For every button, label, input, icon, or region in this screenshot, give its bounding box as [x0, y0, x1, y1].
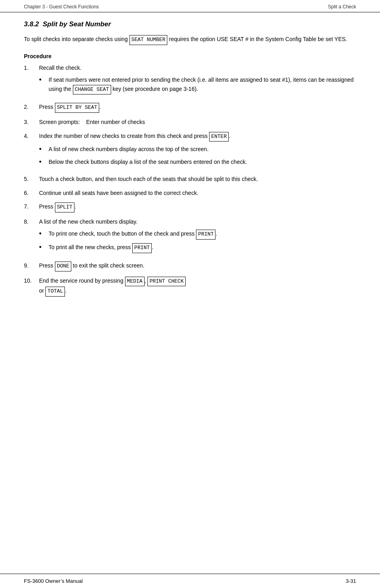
intro-text2: requires the option USE SEAT # in the Sy…	[167, 36, 347, 42]
bullet-dot: •	[39, 243, 49, 253]
bullet-dot: •	[39, 75, 49, 94]
step-list: 1. Recall the check. • If seat numbers w…	[24, 63, 356, 297]
step-7-content: Press SPLIT.	[39, 202, 356, 212]
print-check-key: PRINT CHECK	[147, 277, 186, 287]
step-3-content: Screen prompts: Enter number of checks	[39, 118, 356, 126]
bullet-dot: •	[39, 157, 49, 167]
step-1-bullet-1-text: If seat numbers were not entered prior t…	[49, 75, 356, 94]
header: Chapter 3 - Guest Check Functions Split …	[0, 0, 380, 12]
step-8-content: A list of the new check numbers display.…	[39, 217, 356, 256]
seat-number-key: SEAT NUMBER	[129, 35, 168, 45]
step-1-bullets: • If seat numbers were not entered prior…	[39, 75, 356, 94]
step-6-content: Continue until all seats have been assig…	[39, 189, 356, 197]
step-4-bullet-1-text: A list of new check numbers display acro…	[49, 145, 356, 154]
print-key-2: PRINT	[132, 243, 152, 253]
media-key: MEDIA	[125, 277, 145, 287]
section-heading: Split by Seat Number	[43, 20, 111, 28]
step-7-num: 7.	[24, 202, 39, 212]
procedure-label: Procedure	[24, 53, 356, 59]
bullet-dot: •	[39, 145, 49, 154]
footer: FS-3600 Owner’s Manual 3-31	[0, 574, 380, 588]
total-key: TOTAL	[45, 287, 65, 297]
header-right: Split a Check	[328, 4, 356, 10]
step-8: 8. A list of the new check numbers displ…	[24, 217, 356, 256]
footer-right: 3-31	[346, 578, 356, 584]
step-10: 10. End the service round by pressing ME…	[24, 276, 356, 297]
step-2: 2. Press SPLIT BY SEAT.	[24, 102, 356, 113]
step-1: 1. Recall the check. • If seat numbers w…	[24, 63, 356, 98]
step-10-num: 10.	[24, 276, 39, 297]
step-1-num: 1.	[24, 63, 39, 98]
step-1-text: Recall the check.	[39, 65, 82, 71]
bullet-dot: •	[39, 229, 49, 240]
step-1-content: Recall the check. • If seat numbers were…	[39, 63, 356, 98]
section-title: 3.8.2 Split by Seat Number	[24, 20, 356, 28]
step-8-bullet-2-text: To print all the new checks, press PRINT…	[49, 243, 356, 253]
page: Chapter 3 - Guest Check Functions Split …	[0, 0, 380, 588]
done-key: DONE	[55, 262, 71, 271]
step-9-content: Press DONE to exit the split check scree…	[39, 261, 356, 271]
step-8-num: 8.	[24, 217, 39, 256]
step-2-num: 2.	[24, 102, 39, 113]
step-8-bullets: • To print one check, touch the button o…	[39, 229, 356, 253]
step-5: 5. Touch a check button, and then touch …	[24, 175, 356, 183]
step-4-num: 4.	[24, 132, 39, 170]
step-2-content: Press SPLIT BY SEAT.	[39, 102, 356, 113]
step-8-bullet-2: • To print all the new checks, press PRI…	[39, 243, 356, 253]
step-10-content: End the service round by pressing MEDIA,…	[39, 276, 356, 297]
step-1-bullet-1: • If seat numbers were not entered prior…	[39, 75, 356, 94]
step-6-num: 6.	[24, 189, 39, 197]
step-4: 4. Index the number of new checks to cre…	[24, 132, 356, 170]
step-3: 3. Screen prompts: Enter number of check…	[24, 118, 356, 126]
step-4-bullet-2-text: Below the check buttons display a list o…	[49, 157, 356, 167]
split-by-seat-key: SPLIT BY SEAT	[55, 103, 99, 113]
header-left: Chapter 3 - Guest Check Functions	[24, 4, 99, 10]
section-number: 3.8.2	[24, 20, 39, 28]
step-6: 6. Continue until all seats have been as…	[24, 189, 356, 197]
step-8-bullet-1-text: To print one check, touch the button of …	[49, 229, 356, 240]
enter-key: ENTER	[209, 132, 229, 142]
split-key: SPLIT	[55, 203, 74, 212]
step-7: 7. Press SPLIT.	[24, 202, 356, 212]
step-5-content: Touch a check button, and then touch eac…	[39, 175, 356, 183]
intro-paragraph: To split checks into separate checks usi…	[24, 35, 356, 45]
step-4-content: Index the number of new checks to create…	[39, 132, 356, 170]
step-4-bullet-2: • Below the check buttons display a list…	[39, 157, 356, 167]
step-9-num: 9.	[24, 261, 39, 271]
print-key-1: PRINT	[196, 230, 215, 240]
step-8-bullet-1: • To print one check, touch the button o…	[39, 229, 356, 240]
step-5-num: 5.	[24, 175, 39, 183]
footer-left: FS-3600 Owner’s Manual	[24, 578, 83, 584]
main-content: 3.8.2 Split by Seat Number To split chec…	[0, 12, 380, 574]
step-3-num: 3.	[24, 118, 39, 126]
step-4-bullets: • A list of new check numbers display ac…	[39, 145, 356, 167]
intro-text1: To split checks into separate checks usi…	[24, 36, 129, 42]
step-4-bullet-1: • A list of new check numbers display ac…	[39, 145, 356, 154]
step-9: 9. Press DONE to exit the split check sc…	[24, 261, 356, 271]
change-seat-key: CHANGE SEAT	[73, 85, 111, 95]
